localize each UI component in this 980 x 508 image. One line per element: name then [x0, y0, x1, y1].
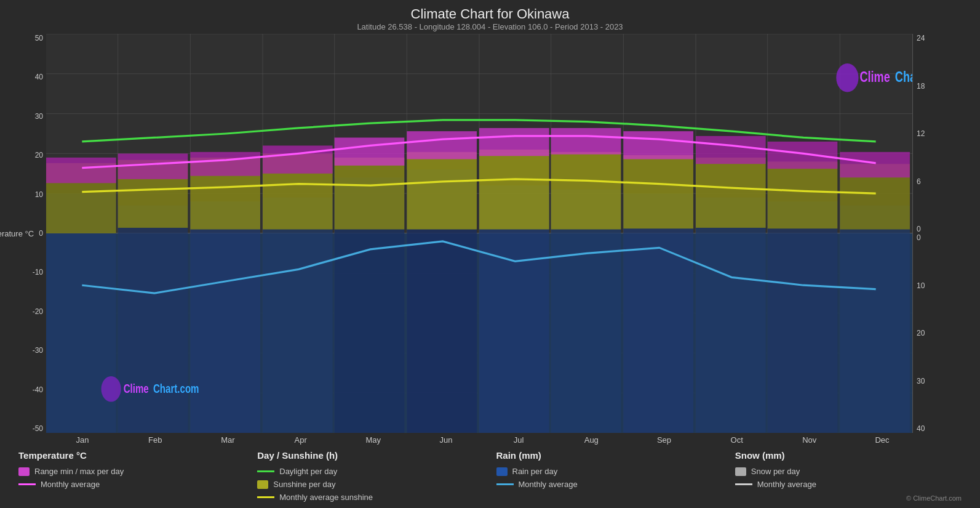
- x-month-jun: Jun: [410, 435, 482, 445]
- svg-rect-59: [840, 152, 910, 177]
- legend-col-snow: Snow (mm) Snow per day Monthly average ©…: [729, 450, 968, 502]
- svg-rect-52: [335, 137, 405, 165]
- x-month-may: May: [337, 435, 410, 445]
- right-tick-40: 40: [917, 424, 968, 433]
- legend-title-sunshine: Day / Sunshine (h): [257, 450, 484, 461]
- svg-text:Chart.com: Chart.com: [153, 382, 199, 395]
- legend-line-monthly-avg-rain: [496, 483, 514, 485]
- y-tick-m50: -50: [12, 424, 43, 433]
- x-month-oct: Oct: [701, 435, 773, 445]
- right-tick-0-sun: 0: [917, 225, 968, 233]
- svg-rect-56: [623, 131, 693, 159]
- legend-col-rain: Rain (mm) Rain per day Monthly average: [490, 450, 729, 502]
- x-month-sep: Sep: [627, 435, 700, 445]
- legend-item-monthly-avg-rain: Monthly average: [496, 480, 723, 489]
- svg-text:Clime: Clime: [860, 69, 890, 85]
- x-month-jul: Jul: [482, 435, 555, 445]
- legend-label-monthly-avg-sunshine: Monthly average sunshine: [279, 493, 373, 502]
- legend-title-rain: Rain (mm): [496, 450, 723, 461]
- svg-rect-57: [696, 136, 766, 164]
- legend-label-monthly-avg-snow: Monthly average: [757, 480, 816, 489]
- svg-rect-55: [551, 128, 621, 155]
- legend-line-daylight: [257, 470, 274, 472]
- svg-rect-35: [840, 206, 910, 433]
- svg-text:Clime: Clime: [124, 382, 149, 395]
- y-axis-left-label: Temperature °C: [0, 229, 34, 238]
- page: Climate Chart for Okinawa Latitude 26.53…: [0, 0, 980, 508]
- x-month-jan: Jan: [46, 435, 119, 445]
- y-axis-right-bottom: 0 10 20 30 40: [912, 233, 968, 433]
- legend-title-snow: Snow (mm): [735, 450, 962, 461]
- y-tick-30: 30: [12, 112, 43, 121]
- main-title: Climate Chart for Okinawa: [12, 6, 968, 22]
- svg-rect-48: [46, 158, 116, 183]
- x-month-feb: Feb: [119, 435, 191, 445]
- y-tick-50: 50: [12, 34, 43, 42]
- right-tick-30: 30: [917, 377, 968, 385]
- svg-rect-54: [479, 128, 549, 156]
- legend-col-sunshine: Day / Sunshine (h) Daylight per day Suns…: [251, 450, 490, 502]
- chart-container: Temperature °C 50 40 30 20 10 0 -10 -20 …: [12, 34, 968, 433]
- x-month-aug: Aug: [555, 435, 627, 445]
- right-tick-18: 18: [917, 82, 968, 91]
- svg-rect-50: [190, 152, 260, 176]
- x-month-dec: Dec: [846, 435, 918, 445]
- legend-label-snow: Snow per day: [751, 467, 800, 476]
- svg-rect-45: [696, 158, 766, 228]
- legend-label-sunshine: Sunshine per day: [273, 480, 335, 489]
- legend-swatch-sunshine: [257, 480, 268, 489]
- right-tick-0-rain: 0: [917, 233, 968, 242]
- legend-item-monthly-avg-snow: Monthly average: [735, 480, 962, 489]
- legend-line-monthly-avg-temp: [18, 483, 36, 485]
- legend-col-temperature: Temperature °C Range min / max per day M…: [12, 450, 251, 502]
- right-tick-10: 10: [917, 281, 968, 290]
- legend-label-monthly-avg-temp: Monthly average: [41, 480, 100, 489]
- y-tick-m20: -20: [12, 307, 43, 316]
- svg-rect-51: [263, 145, 333, 173]
- y-tick-40: 40: [12, 73, 43, 81]
- legend: Temperature °C Range min / max per day M…: [12, 450, 968, 502]
- x-month-apr: Apr: [265, 435, 337, 445]
- svg-text:Chart.com: Chart.com: [895, 69, 912, 85]
- y-axis-right: 24 18 12 6 0 0 10 20 30 40 Day / Sunshin…: [912, 34, 968, 433]
- right-tick-6: 6: [917, 177, 968, 186]
- y-tick-m30: -30: [12, 346, 43, 355]
- y-axis-right-top: 24 18 12 6 0: [912, 34, 968, 233]
- svg-rect-26: [190, 201, 260, 433]
- svg-rect-25: [118, 206, 188, 433]
- svg-rect-27: [263, 198, 333, 433]
- svg-rect-58: [768, 142, 838, 169]
- legend-swatch-range: [18, 467, 30, 476]
- right-tick-12: 12: [917, 129, 968, 138]
- svg-rect-43: [551, 152, 621, 230]
- svg-rect-53: [407, 131, 477, 159]
- x-month-nov: Nov: [773, 435, 846, 445]
- legend-item-monthly-avg-temp: Monthly average: [18, 480, 245, 489]
- legend-swatch-rain: [496, 467, 508, 476]
- svg-point-60: [836, 63, 858, 92]
- legend-item-daylight: Daylight per day: [257, 467, 484, 476]
- legend-item-rain: Rain per day: [496, 467, 723, 476]
- y-tick-m10: -10: [12, 268, 43, 276]
- svg-rect-46: [768, 161, 838, 228]
- legend-swatch-snow: [735, 467, 746, 476]
- svg-rect-44: [623, 155, 693, 228]
- legend-item-snow: Snow per day: [735, 467, 962, 476]
- legend-label-rain: Rain per day: [512, 467, 558, 476]
- legend-label-daylight: Daylight per day: [279, 467, 337, 476]
- legend-line-monthly-avg-sunshine: [257, 496, 274, 498]
- svg-rect-41: [407, 152, 477, 230]
- y-tick-20: 20: [12, 151, 43, 159]
- legend-item-sunshine: Sunshine per day: [257, 480, 484, 489]
- y-axis-left: Temperature °C 50 40 30 20 10 0 -10 -20 …: [12, 34, 46, 433]
- y-tick-m40: -40: [12, 385, 43, 394]
- x-month-mar: Mar: [191, 435, 264, 445]
- svg-rect-40: [335, 158, 405, 230]
- svg-point-64: [102, 376, 121, 401]
- right-tick-24: 24: [917, 34, 968, 42]
- chart-svg: Clime Chart.com Clime Chart.com: [46, 34, 912, 433]
- legend-item-monthly-avg-sunshine: Monthly average sunshine: [257, 493, 484, 502]
- chart-area: Clime Chart.com Clime Chart.com: [46, 34, 912, 433]
- right-tick-20: 20: [917, 329, 968, 337]
- svg-rect-33: [696, 198, 766, 433]
